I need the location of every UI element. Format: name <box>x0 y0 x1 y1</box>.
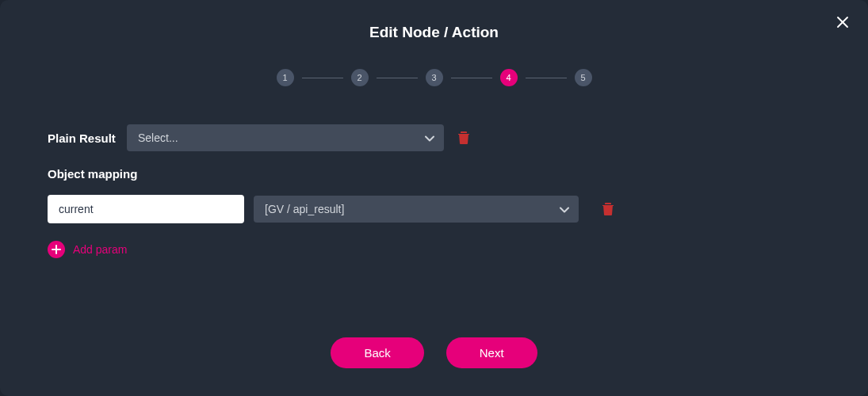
step-line <box>451 78 492 78</box>
step-line <box>526 78 567 78</box>
plain-result-label: Plain Result <box>48 131 127 145</box>
step-line <box>377 78 418 78</box>
step-4[interactable]: 4 <box>500 69 518 86</box>
trash-icon <box>602 203 614 215</box>
close-button[interactable] <box>835 14 851 30</box>
step-2[interactable]: 2 <box>351 69 369 86</box>
plus-icon <box>48 241 65 258</box>
add-param-button[interactable]: Add param <box>48 241 127 258</box>
trash-icon <box>458 131 469 144</box>
step-3[interactable]: 3 <box>426 69 443 86</box>
modal-title: Edit Node / Action <box>48 24 820 41</box>
add-param-label: Add param <box>73 243 127 256</box>
object-mapping-label: Object mapping <box>48 167 820 181</box>
plain-result-select-wrap: Select... <box>127 124 444 151</box>
modal-footer: Back Next <box>0 337 868 368</box>
plain-result-select[interactable]: Select... <box>127 124 444 151</box>
step-1[interactable]: 1 <box>277 69 294 86</box>
step-line <box>302 78 343 78</box>
delete-mapping-button[interactable] <box>602 203 614 215</box>
plain-result-row: Plain Result Select... <box>48 124 820 151</box>
edit-node-modal: Edit Node / Action 1 2 3 4 5 Plain Resul… <box>0 0 868 396</box>
mapping-value-select[interactable]: [GV / api_result] <box>254 196 579 223</box>
mapping-value-select-wrap: [GV / api_result] <box>254 196 579 223</box>
next-button[interactable]: Next <box>446 337 537 368</box>
object-mapping-row: [GV / api_result] <box>48 195 820 223</box>
delete-plain-result-button[interactable] <box>458 131 469 144</box>
back-button[interactable]: Back <box>331 337 423 368</box>
stepper: 1 2 3 4 5 <box>48 69 820 86</box>
step-5[interactable]: 5 <box>575 69 592 86</box>
close-icon <box>835 15 850 29</box>
mapping-key-input[interactable] <box>48 195 244 223</box>
